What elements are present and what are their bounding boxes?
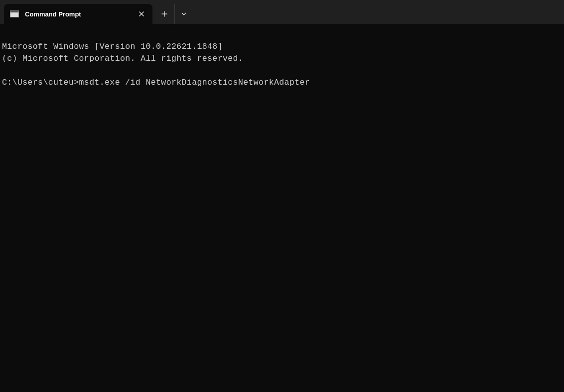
tab-dropdown-button[interactable] (174, 4, 192, 24)
plus-icon (161, 11, 167, 17)
copyright-line: (c) Microsoft Corporation. All rights re… (2, 54, 243, 63)
new-tab-button[interactable] (155, 4, 173, 24)
prompt-line: C:\Users\cuteu>msdt.exe /id NetworkDiagn… (2, 77, 562, 89)
version-line: Microsoft Windows [Version 10.0.22621.18… (2, 42, 223, 51)
close-tab-button[interactable] (137, 9, 146, 19)
terminal-output[interactable]: Microsoft Windows [Version 10.0.22621.18… (0, 24, 564, 103)
terminal-tab[interactable]: Command Prompt (4, 4, 152, 24)
titlebar: Command Prompt (0, 0, 564, 24)
prompt-path: C:\Users\cuteu> (2, 77, 79, 89)
close-icon (139, 11, 144, 16)
chevron-down-icon (181, 11, 187, 17)
cmd-icon (10, 10, 19, 17)
command-text: msdt.exe /id NetworkDiagnosticsNetworkAd… (79, 77, 310, 89)
tab-title: Command Prompt (25, 10, 137, 18)
